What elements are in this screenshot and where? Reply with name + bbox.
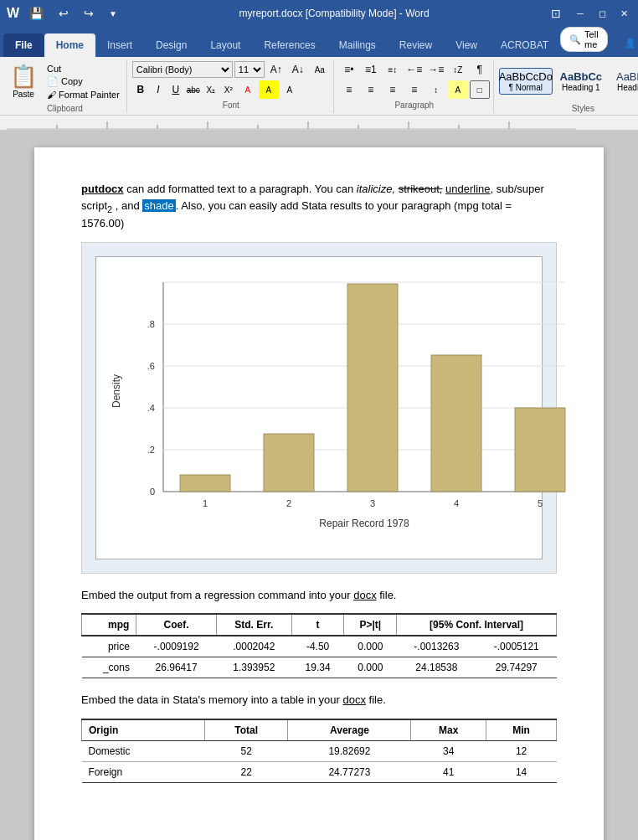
svg-text:.4: .4 (147, 403, 155, 413)
table-row: Foreign 22 24.77273 41 14 (82, 761, 557, 782)
total-domestic: 52 (204, 740, 288, 761)
avg-domestic: 19.82692 (288, 740, 411, 761)
sort-icon[interactable]: ↕Z (448, 60, 468, 79)
line-spacing-button[interactable]: ↕ (426, 80, 446, 99)
style-normal[interactable]: AaBbCcDo ¶ Normal (499, 68, 553, 95)
decrease-font-icon[interactable]: A↓ (288, 60, 308, 79)
close-btn[interactable]: ✕ (616, 8, 631, 19)
word-logo-icon: W (7, 6, 19, 21)
svg-rect-26 (347, 284, 398, 492)
strikethrough-text: strikeout, (399, 183, 443, 195)
data-col-average: Average (288, 719, 411, 741)
embed-data-label: Embed the data in Stata's memory into a … (81, 693, 342, 706)
align-center-button[interactable]: ≡ (361, 80, 381, 99)
svg-text:.8: .8 (147, 319, 155, 329)
undo-icon[interactable]: ↩ (54, 5, 74, 22)
svg-rect-28 (515, 408, 565, 492)
underline-text: underline (445, 183, 491, 195)
strikethrough-button[interactable]: abc (185, 82, 202, 97)
tab-layout[interactable]: Layout (198, 33, 252, 57)
document-area: putdocx can add formatted text to a para… (0, 131, 638, 840)
increase-font-icon[interactable]: A↑ (266, 60, 286, 79)
show-marks-icon[interactable]: ¶ (470, 60, 490, 79)
customize-icon[interactable]: ▼ (104, 8, 122, 20)
style-heading1[interactable]: AaBbCc Heading 1 (554, 68, 608, 95)
tab-design[interactable]: Design (144, 33, 198, 57)
svg-text:4: 4 (454, 498, 459, 508)
restore-view-icon[interactable]: ⊡ (546, 5, 566, 22)
document-page[interactable]: putdocx can add formatted text to a para… (34, 147, 604, 840)
row-price-t: -4.50 (291, 636, 344, 657)
col-mpg: mpg (82, 614, 136, 636)
data-col-origin: Origin (82, 719, 205, 741)
svg-text:0: 0 (150, 487, 155, 497)
tab-home[interactable]: Home (44, 33, 95, 57)
row-price-se: .0002042 (216, 636, 291, 657)
tab-view[interactable]: View (444, 33, 489, 57)
chart-container: 0 .2 .4 .6 .8 (81, 242, 557, 574)
copy-button[interactable]: 📄 Copy (44, 75, 123, 88)
tab-file[interactable]: File (3, 33, 44, 57)
svg-rect-25 (264, 434, 314, 492)
shade-text: shade (142, 199, 175, 212)
decrease-indent-icon[interactable]: ←≡ (404, 60, 424, 79)
align-left-button[interactable]: ≡ (339, 80, 359, 99)
tab-mailings[interactable]: Mailings (327, 33, 388, 57)
increase-indent-icon[interactable]: →≡ (426, 60, 446, 79)
tab-insert[interactable]: Insert (95, 33, 144, 57)
regression-table-header-row: mpg Coef. Std. Err. t P>|t| [95% Conf. I… (82, 614, 557, 636)
row-cons-se: 1.393952 (216, 657, 291, 678)
align-right-button[interactable]: ≡ (383, 80, 403, 99)
share-button[interactable]: 👤 Share (615, 34, 638, 52)
total-foreign: 22 (204, 761, 288, 782)
cut-button[interactable]: Cut (44, 63, 123, 75)
min-domestic: 12 (486, 740, 557, 761)
tab-acrobat[interactable]: ACROBAT (489, 33, 560, 57)
numbering-button[interactable]: ≡1 (361, 60, 381, 79)
row-cons-label: _cons (82, 657, 136, 678)
borders-button[interactable]: □ (470, 80, 490, 99)
row-cons-ci-high: 29.74297 (476, 657, 556, 678)
tell-me-label: Tell me (584, 29, 599, 49)
restore-btn[interactable]: ◻ (594, 8, 610, 19)
data-table: Origin Total Average Max Min Domestic 52… (81, 719, 557, 783)
tab-references[interactable]: References (252, 33, 327, 57)
subscript-button[interactable]: X₂ (203, 82, 219, 97)
font-size-select[interactable]: 11 (234, 61, 265, 78)
underline-button[interactable]: U (167, 82, 184, 97)
embed-regression-text: Embed the output from a regression comma… (81, 587, 557, 604)
font-shade-button[interactable]: A (280, 80, 300, 99)
regression-table: mpg Coef. Std. Err. t P>|t| [95% Conf. I… (81, 613, 557, 678)
minimize-btn[interactable]: ─ (573, 8, 588, 19)
styles-group: AaBbCcDo ¶ Normal AaBbCc Heading 1 AaBbC… (496, 60, 638, 113)
table-row: price -.0009192 .0002042 -4.50 0.000 -.0… (82, 636, 557, 657)
embed-regression-suffix: file. (377, 589, 397, 601)
font-name-select[interactable]: Calibri (Body) (132, 61, 233, 78)
style-heading2[interactable]: AaBbCc Heading 2 (610, 68, 638, 95)
font-color-button[interactable]: A (238, 80, 258, 99)
superscript-button[interactable]: X² (220, 82, 237, 97)
highlight-button[interactable]: A (259, 80, 279, 99)
embed-data-link: docx (342, 693, 365, 706)
font-label: Font (132, 100, 330, 110)
paragraph-group: ≡• ≡1 ≡↕ ←≡ →≡ ↕Z ¶ ≡ ≡ ≡ ≡ ↕ A □ Paragr… (336, 60, 494, 113)
tell-me-input[interactable]: 🔍 Tell me (560, 27, 608, 52)
tab-review[interactable]: Review (388, 33, 444, 57)
justify-button[interactable]: ≡ (404, 80, 424, 99)
window-controls: ⊡ ─ ◻ ✕ (546, 5, 631, 22)
clear-format-icon[interactable]: Aa (310, 60, 330, 79)
bold-button[interactable]: B (132, 82, 149, 97)
save-icon[interactable]: 💾 (24, 5, 49, 22)
bullets-button[interactable]: ≡• (339, 60, 359, 79)
format-painter-button[interactable]: 🖌 Format Painter (44, 89, 123, 100)
ribbon: File Home Insert Design Layout Reference… (0, 27, 638, 57)
redo-icon[interactable]: ↪ (79, 5, 99, 22)
italic-button[interactable]: I (150, 82, 167, 97)
shading-button[interactable]: A (448, 80, 468, 99)
min-foreign: 14 (486, 761, 557, 782)
row-price-ci-low: -.0013263 (397, 636, 476, 657)
svg-text:3: 3 (370, 498, 375, 508)
paste-button[interactable]: 📋 Paste (7, 60, 40, 102)
intro-and: , and (112, 199, 142, 212)
multilevel-button[interactable]: ≡↕ (383, 60, 403, 79)
